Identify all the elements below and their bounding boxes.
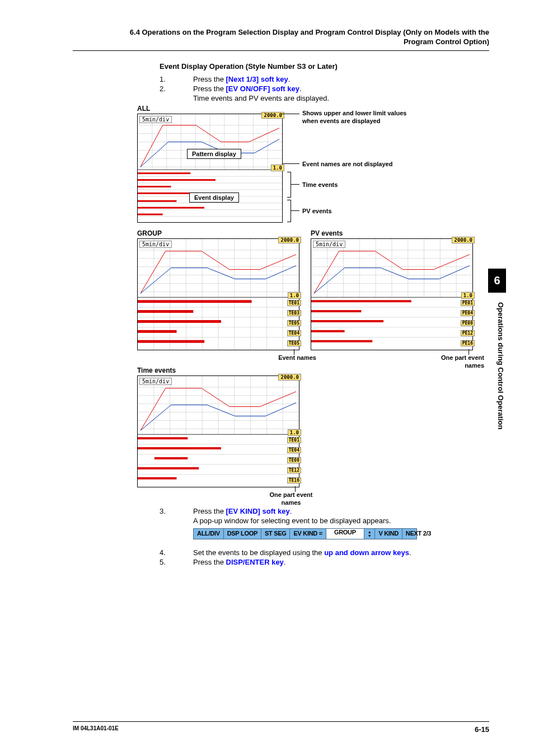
key-ref: up and down arrow keys xyxy=(324,548,409,557)
header-line2: Program Control Option) xyxy=(73,37,489,47)
fig-group-label: GROUP xyxy=(137,229,162,237)
key-ref: [Next 1/3] soft key xyxy=(226,75,288,83)
softkey-alldiv[interactable]: ALL/DIV xyxy=(194,529,224,539)
fig-pv-label: PV events xyxy=(311,229,343,237)
svg-rect-62 xyxy=(138,330,177,333)
softkey-evkind[interactable]: EV KIND = xyxy=(290,529,326,539)
step3-note: A pop-up window for selecting event to b… xyxy=(193,516,489,525)
fig-all-label: ALL xyxy=(137,105,150,112)
time-footer: One part event names xyxy=(266,491,316,507)
svg-rect-28 xyxy=(138,206,204,208)
softkey-vkind[interactable]: V KIND xyxy=(375,529,402,539)
spinner-icon[interactable]: ▲▼ xyxy=(364,529,376,539)
step-1: 1. Press the [Next 1/3] soft key. xyxy=(160,75,489,83)
svg-rect-111 xyxy=(154,457,188,459)
softkey-stseg[interactable]: ST SEG xyxy=(261,529,291,539)
key-ref: DISP/ENTER key xyxy=(226,558,284,566)
svg-rect-109 xyxy=(138,437,188,439)
chart-all: 5min/div 2000.0 1 xyxy=(137,114,283,223)
softkey-dsploop[interactable]: DSP LOOP xyxy=(224,529,261,539)
chapter-tab: 6 xyxy=(488,269,506,293)
svg-rect-84 xyxy=(311,300,411,302)
svg-rect-85 xyxy=(311,310,361,312)
svg-rect-27 xyxy=(138,200,176,202)
key-ref: [EV KIND] soft key xyxy=(226,507,290,515)
softkey-bar: ALL/DIV DSP LOOP ST SEG EV KIND = GROUP … xyxy=(193,528,417,539)
event-display-label: Event display xyxy=(189,192,239,203)
svg-rect-112 xyxy=(138,467,199,469)
svg-rect-110 xyxy=(138,447,221,449)
chart-pv: 5min/div 2000.0 1.0 PE01 PE04 PE08 xyxy=(311,238,473,350)
chapter-title-vertical: Operations during Control Operation xyxy=(496,302,505,430)
step-4: 4. Set the events to be displayed using … xyxy=(160,548,489,557)
header-line1: 6.4 Operations on the Program Selection … xyxy=(73,28,489,37)
svg-rect-86 xyxy=(311,320,383,322)
svg-rect-60 xyxy=(138,310,193,313)
annot-limits: Shows upper and lower limit values when … xyxy=(302,109,420,125)
group-footer: Event names xyxy=(266,354,316,361)
chart-group: 5min/div 2000.0 1.0 TE01 TE03 xyxy=(137,238,299,350)
page-footer: IM 04L31A01-01E 6-15 xyxy=(73,721,489,734)
annot-no-names: Event names are not displayed xyxy=(302,160,392,168)
doc-number: IM 04L31A01-01E xyxy=(73,725,119,734)
svg-rect-29 xyxy=(138,213,163,215)
annot-time-events: Time events xyxy=(302,181,338,189)
svg-rect-59 xyxy=(138,300,252,303)
step-3: 3. Press the [EV KIND] soft key. xyxy=(160,507,489,515)
svg-rect-87 xyxy=(311,330,345,332)
softkey-next[interactable]: NEXT 2/3 xyxy=(402,529,434,539)
svg-rect-88 xyxy=(311,340,372,342)
svg-rect-63 xyxy=(138,340,204,343)
softkey-value[interactable]: GROUP xyxy=(326,529,364,539)
svg-rect-23 xyxy=(138,172,190,174)
fig-time-label: Time events xyxy=(137,367,176,374)
subsection-title: Event Display Operation (Style Number S3… xyxy=(160,62,489,71)
chart-time: 5min/div 2000.0 1.0 TE01 TE04 TE08 xyxy=(137,375,299,487)
step-2: 2. Press the [EV ON/OFF] soft key. xyxy=(160,84,489,93)
page-number: 6-15 xyxy=(475,725,489,734)
svg-rect-113 xyxy=(138,477,177,480)
step-5: 5. Press the DISP/ENTER key. xyxy=(160,558,489,566)
svg-rect-24 xyxy=(138,179,216,181)
key-ref: [EV ON/OFF] soft key xyxy=(226,84,299,93)
svg-rect-61 xyxy=(138,320,221,323)
section-header: 6.4 Operations on the Program Selection … xyxy=(73,28,489,51)
annot-pv-events: PV events xyxy=(302,207,332,215)
step2-note: Time events and PV events are displayed. xyxy=(193,94,489,102)
pattern-display-label: Pattern display xyxy=(187,149,241,159)
svg-rect-25 xyxy=(138,186,171,187)
